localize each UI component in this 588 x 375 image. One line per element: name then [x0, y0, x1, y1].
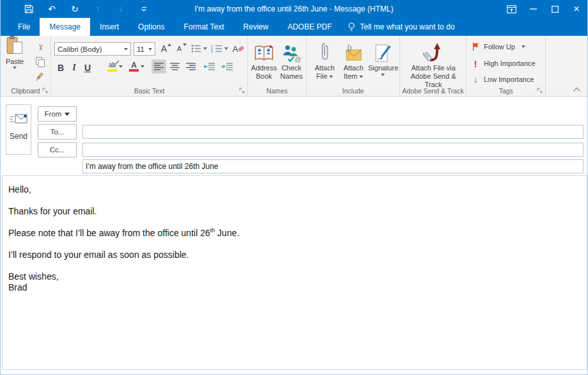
font-size-value: 11: [137, 45, 144, 53]
previous-item-button[interactable]: ↑: [86, 0, 109, 18]
align-right-icon: [186, 63, 196, 70]
tab-message[interactable]: Message: [40, 18, 90, 36]
minimize-button[interactable]: [522, 0, 544, 18]
basic-text-group-label: Basic Text: [51, 87, 247, 95]
bold-button[interactable]: B: [54, 61, 67, 75]
signature-button[interactable]: Signature: [368, 38, 398, 76]
font-color-button[interactable]: A: [128, 60, 146, 74]
save-button[interactable]: [17, 0, 40, 18]
to-button[interactable]: To...: [38, 124, 77, 140]
high-importance-button[interactable]: ! High Importance: [472, 56, 536, 71]
message-body-editor[interactable]: Hello, Thanks for your email. Please not…: [2, 175, 587, 370]
tab-file[interactable]: File: [8, 18, 40, 36]
from-button[interactable]: From: [38, 106, 77, 122]
cut-button[interactable]: ✂: [34, 41, 47, 54]
group-include: Attach File Attach Item: [307, 36, 400, 96]
tab-review[interactable]: Review: [234, 18, 278, 36]
copy-icon: [36, 57, 45, 67]
maximize-icon: [552, 6, 559, 13]
group-names: Address Book @ Check Names Names: [248, 36, 307, 96]
align-left-icon: [154, 63, 164, 70]
subject-value: I'm away from the office until 26th June: [86, 162, 219, 171]
next-item-button[interactable]: ↓: [109, 0, 132, 18]
tab-options[interactable]: Options: [128, 18, 174, 36]
attach-file-caret-icon: [329, 76, 333, 78]
redo-button[interactable]: ↻: [63, 0, 86, 18]
tags-dialog-launcher-icon[interactable]: [537, 88, 543, 94]
shrink-font-button[interactable]: A: [174, 42, 187, 56]
font-size-combo[interactable]: 11: [134, 42, 155, 56]
low-importance-button[interactable]: ↓ Low Importance: [472, 72, 534, 87]
check-names-label: Check Names: [278, 64, 305, 81]
cc-input[interactable]: [82, 143, 584, 157]
ribbon-display-options-button[interactable]: [500, 0, 522, 18]
basic-text-dialog-launcher-icon[interactable]: [239, 88, 245, 94]
bold-icon: B: [58, 63, 64, 73]
group-tags: Follow Up ! High Importance ↓ Low Import…: [467, 36, 546, 96]
save-icon: [24, 4, 33, 13]
clear-formatting-button[interactable]: A: [231, 42, 246, 56]
cc-label: Cc...: [50, 146, 65, 154]
follow-up-button[interactable]: Follow Up: [472, 39, 525, 54]
address-book-button[interactable]: Address Book: [251, 38, 277, 81]
tab-format-text[interactable]: Format Text: [174, 18, 233, 36]
text-highlight-button[interactable]: ab: [105, 60, 125, 74]
increase-indent-button[interactable]: [219, 60, 235, 74]
paste-clipboard-icon: [6, 36, 23, 56]
low-importance-icon: ↓: [472, 74, 479, 84]
paste-button[interactable]: Paste: [1, 36, 29, 86]
align-right-button[interactable]: [183, 60, 198, 74]
font-name-combo[interactable]: Calibri (Body): [54, 42, 131, 56]
to-input[interactable]: [82, 125, 584, 139]
attach-item-caret-icon: [359, 76, 363, 78]
adobe-send-track-icon: [422, 40, 445, 63]
customize-quick-access-icon: [141, 7, 146, 12]
tab-insert[interactable]: Insert: [90, 18, 128, 36]
address-book-icon: [254, 45, 274, 63]
bullets-caret-icon: [203, 47, 207, 50]
signature-icon: [375, 44, 391, 63]
copy-button[interactable]: [34, 56, 47, 68]
cc-button[interactable]: Cc...: [38, 142, 77, 157]
align-center-button[interactable]: [167, 60, 182, 74]
text-highlight-icon: ab: [107, 62, 117, 72]
close-button[interactable]: ✕: [566, 0, 587, 18]
clipboard-dialog-launcher-icon[interactable]: [42, 88, 49, 94]
paste-label: Paste: [1, 58, 29, 65]
decrease-indent-button[interactable]: [201, 60, 217, 74]
maximize-button[interactable]: [544, 0, 566, 18]
send-button[interactable]: Send: [6, 104, 31, 155]
format-painter-button[interactable]: [33, 71, 45, 84]
tell-me-box[interactable]: Tell me what you want to do: [341, 18, 461, 36]
grow-font-button[interactable]: A: [159, 42, 172, 56]
undo-button[interactable]: ↶: [40, 0, 63, 18]
collapse-ribbon-icon[interactable]: [573, 87, 581, 92]
bullets-icon: [191, 44, 201, 53]
underline-button[interactable]: U: [81, 61, 94, 75]
align-left-button[interactable]: [151, 60, 166, 74]
adobe-send-track-button[interactable]: Attach File via Adobe Send & Track: [403, 38, 464, 89]
cut-icon: ✂: [36, 44, 45, 51]
tab-adobe-pdf[interactable]: ADOBE PDF: [278, 18, 341, 36]
attach-item-button[interactable]: Attach Item: [339, 38, 368, 81]
svg-text:@: @: [295, 56, 301, 63]
address-book-label: Address Book: [251, 64, 277, 81]
group-clipboard: Paste ✂ C: [1, 36, 51, 96]
italic-button[interactable]: I: [68, 61, 80, 75]
follow-up-flag-icon: [472, 42, 479, 51]
check-names-icon: @: [282, 44, 301, 63]
format-painter-icon: [34, 72, 44, 83]
attach-file-button[interactable]: Attach File: [311, 38, 339, 81]
customize-quick-access-button[interactable]: [132, 0, 155, 18]
numbering-icon: 123: [211, 44, 222, 53]
grow-font-caret-icon: [167, 44, 171, 46]
send-icon: [9, 113, 28, 125]
outlook-message-window: ↶ ↻ ↑ ↓ I'm away from the office until 2…: [0, 0, 588, 375]
tags-group-label: Tags: [467, 87, 545, 95]
numbering-button[interactable]: 123: [210, 42, 229, 56]
follow-up-caret-icon: [522, 45, 525, 48]
font-color-icon: A: [129, 62, 139, 72]
bullets-button[interactable]: [190, 42, 208, 56]
check-names-button[interactable]: @ Check Names: [278, 38, 305, 81]
subject-input[interactable]: I'm away from the office until 26th June: [82, 159, 584, 173]
